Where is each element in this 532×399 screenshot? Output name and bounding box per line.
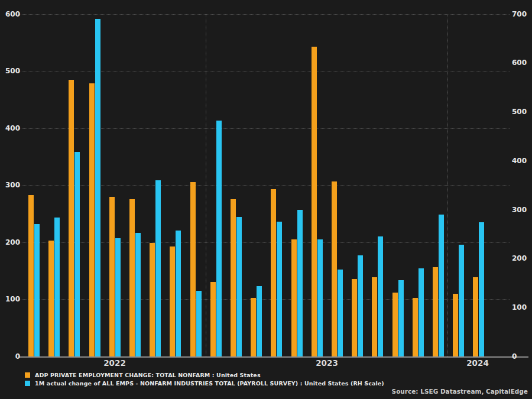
- left-axis-tick-label: 200: [1, 238, 20, 246]
- adp-bar-jun-2022: [69, 80, 74, 356]
- legend-item-adp: ADP PRIVATE EMPLOYMENT CHANGE: TOTAL NON…: [25, 371, 384, 379]
- adp-bar-feb-2023: [231, 199, 236, 356]
- source-attribution: Source: LSEG Datastream, CapitalEdge: [392, 388, 528, 395]
- x-axis-year-label: 2024: [466, 358, 489, 368]
- right-axis-tick-label: 500: [512, 108, 532, 116]
- payroll-bar-oct-2023: [398, 280, 404, 356]
- right-axis-tick-label: 700: [512, 10, 532, 18]
- payroll-bar-nov-2022: [176, 231, 181, 356]
- payroll-bar-mar-2023: [257, 286, 262, 356]
- adp-bar-sep-2023: [372, 277, 377, 356]
- adp-bar-aug-2023: [352, 279, 357, 356]
- chart-legend: ADP PRIVATE EMPLOYMENT CHANGE: TOTAL NON…: [25, 371, 384, 388]
- adp-bar-oct-2022: [150, 243, 155, 356]
- year-separator-line: [447, 14, 448, 357]
- adp-bar-aug-2022: [109, 197, 115, 356]
- payroll-bar-feb-2023: [236, 217, 242, 356]
- payroll-bar-may-2023: [297, 210, 303, 356]
- adp-bar-jul-2023: [332, 181, 337, 356]
- payroll-bar-aug-2023: [358, 255, 363, 356]
- payroll-bar-oct-2022: [155, 180, 161, 356]
- right-axis-tick-label: 300: [512, 206, 532, 214]
- adp-bar-jan-2024: [453, 294, 458, 356]
- payroll-bar-aug-2022: [115, 238, 121, 356]
- x-axis-year-label: 2023: [316, 358, 338, 368]
- adp-bar-may-2023: [291, 239, 297, 356]
- left-axis-tick-label: 400: [1, 124, 20, 132]
- adp-legend-label: ADP PRIVATE EMPLOYMENT CHANGE: TOTAL NON…: [35, 372, 261, 378]
- adp-bar-jan-2023: [210, 282, 216, 356]
- adp-bar-dec-2023: [433, 267, 438, 356]
- payroll-bar-dec-2023: [439, 215, 444, 356]
- right-axis-tick-label: 600: [512, 59, 532, 67]
- left-axis-tick-label: 300: [1, 181, 20, 189]
- right-axis-tick-label: 100: [512, 303, 532, 312]
- left-axis-tick-label: 100: [1, 295, 20, 303]
- adp-bar-nov-2023: [413, 298, 418, 356]
- adp-bar-oct-2023: [392, 293, 398, 356]
- adp-legend-swatch-icon: [25, 372, 30, 378]
- adp-bar-sep-2022: [129, 199, 135, 356]
- h-gridline: [18, 14, 510, 15]
- adp-bar-feb-2024: [473, 277, 478, 356]
- payroll-bar-sep-2023: [378, 236, 383, 356]
- x-axis-line: [19, 356, 528, 358]
- left-axis-tick-label: 0: [1, 352, 20, 361]
- h-gridline: [18, 71, 510, 72]
- payroll-bar-jul-2023: [338, 270, 343, 356]
- payroll-bar-jan-2024: [459, 245, 464, 356]
- adp-bar-mar-2023: [251, 298, 256, 356]
- adp-bar-apr-2022: [28, 195, 34, 356]
- adp-bar-jun-2023: [312, 47, 317, 356]
- right-axis-tick-label: 0: [512, 352, 532, 361]
- payroll-legend-label: 1M actual change of ALL EMPS - NONFARM I…: [35, 380, 384, 387]
- x-axis-year-label: 2022: [103, 358, 126, 368]
- adp-bar-apr-2023: [271, 189, 276, 356]
- year-separator-line: [206, 14, 206, 357]
- adp-bar-may-2022: [48, 241, 54, 356]
- legend-item-payroll: 1M actual change of ALL EMPS - NONFARM I…: [25, 379, 384, 387]
- payroll-legend-swatch-icon: [25, 381, 30, 386]
- payroll-bar-jan-2023: [216, 121, 222, 356]
- payroll-bar-nov-2023: [419, 268, 424, 356]
- payroll-bar-jul-2022: [95, 19, 100, 356]
- right-axis-tick-label: 400: [512, 157, 532, 165]
- payroll-bar-jun-2023: [317, 239, 323, 356]
- payroll-bar-jun-2022: [74, 152, 80, 356]
- adp-bar-dec-2022: [190, 182, 196, 356]
- payroll-bar-may-2022: [54, 218, 60, 356]
- payroll-bar-apr-2023: [277, 222, 282, 356]
- adp-bar-nov-2022: [170, 246, 175, 356]
- employment-bar-chart: 0100200300400500600010020030040050060070…: [0, 0, 532, 399]
- payroll-bar-feb-2024: [479, 222, 484, 356]
- adp-bar-jul-2022: [89, 83, 95, 356]
- right-axis-tick-label: 200: [512, 254, 532, 262]
- payroll-bar-sep-2022: [135, 233, 141, 356]
- payroll-bar-apr-2022: [34, 224, 40, 356]
- left-axis-tick-label: 500: [1, 67, 20, 75]
- left-axis-tick-label: 600: [1, 10, 20, 18]
- payroll-bar-dec-2022: [196, 291, 202, 356]
